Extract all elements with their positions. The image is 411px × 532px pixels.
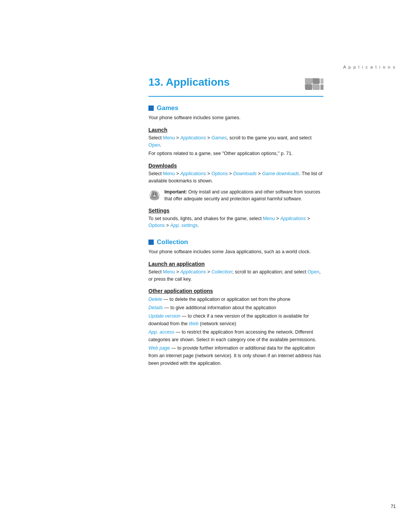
collection-link[interactable]: Collection [211, 269, 232, 275]
svg-rect-7 [312, 78, 319, 83]
games-intro: Your phone software includes some games. [148, 114, 323, 121]
collection-intro: Your phone software includes some Java a… [148, 248, 323, 256]
svg-rect-2 [320, 78, 323, 84]
downloads-body: Select Menu > Applications > Options > D… [148, 170, 323, 185]
menu-link-1[interactable]: Menu [163, 135, 175, 141]
svg-rect-5 [320, 85, 323, 90]
applications-link-4[interactable]: Applications [180, 269, 206, 275]
collection-section-icon [148, 240, 154, 245]
chapter-icon [304, 78, 323, 93]
settings-body: To set sounds, lights, and shakes for th… [148, 215, 323, 230]
downloads-link-1[interactable]: Downloads [233, 171, 257, 176]
option-app-access: App. access — to restrict the applicatio… [148, 328, 323, 343]
svg-rect-9 [312, 84, 319, 89]
menu-link-4[interactable]: Menu [163, 269, 175, 275]
chapter-title: 13. Applications [148, 76, 230, 88]
important-bold: Important: [164, 189, 187, 195]
update-version-link[interactable]: Update version [148, 313, 180, 319]
option-update: Update version — to check if a new versi… [148, 312, 323, 328]
options-link-2[interactable]: Options [148, 223, 165, 228]
web-link[interactable]: Web [189, 321, 198, 326]
games-section-icon [148, 105, 154, 111]
games-section-title: Games [157, 104, 178, 112]
applications-link-1[interactable]: Applications [180, 135, 206, 141]
applications-link-2[interactable]: Applications [180, 171, 206, 176]
content-area: 13. Applications Games Your phone softwa… [72, 0, 339, 406]
menu-link-3[interactable]: Menu [263, 216, 275, 221]
game-downloads-link[interactable]: Game downloads [262, 171, 299, 176]
settings-heading: Settings [148, 208, 323, 214]
svg-rect-6 [305, 78, 311, 83]
applications-link-3[interactable]: Applications [280, 216, 306, 221]
app-settings-link[interactable]: App. settings [170, 223, 198, 228]
launch-body: Select Menu > Applications > Games, scro… [148, 134, 323, 149]
launch-heading: Launch [148, 127, 323, 133]
games-link-1[interactable]: Games [211, 135, 226, 141]
launch-app-body: Select Menu > Applications > Collection;… [148, 268, 323, 283]
option-web-page: Web page — to provide further informatio… [148, 344, 323, 367]
web-page-link[interactable]: Web page [148, 345, 170, 351]
collection-section-heading: Collection [148, 238, 323, 246]
games-section-heading: Games [148, 104, 323, 112]
app-access-link[interactable]: App. access [148, 329, 174, 335]
option-delete: Delete — to delete the application or ap… [148, 296, 323, 303]
other-options-heading: Other application options [148, 288, 323, 294]
svg-rect-8 [305, 84, 311, 89]
downloads-heading: Downloads [148, 163, 323, 169]
delete-link[interactable]: Delete [148, 297, 162, 302]
option-details: Details — to give additional information… [148, 304, 323, 312]
collection-section-title: Collection [157, 238, 188, 246]
important-text: Important: Only install and use applicat… [164, 189, 323, 202]
page-number: 71 [391, 504, 396, 509]
chapter-title-wrapper: 13. Applications [148, 76, 323, 97]
options-link-1[interactable]: Options [211, 171, 228, 176]
breadcrumb: A p p l i c a t i o n s [343, 65, 396, 69]
warning-icon: ! [148, 189, 161, 201]
page: A p p l i c a t i o n s 13. Applications [0, 0, 411, 532]
details-link[interactable]: Details [148, 305, 163, 310]
open-link-1[interactable]: Open [148, 142, 160, 148]
open-link-2[interactable]: Open [307, 269, 319, 275]
important-note: ! Important: Only install and use applic… [148, 189, 323, 202]
launch-app-heading: Launch an application [148, 261, 323, 267]
launch-second-line: For options related to a game, see "Othe… [148, 150, 323, 157]
menu-link-2[interactable]: Menu [163, 171, 175, 176]
